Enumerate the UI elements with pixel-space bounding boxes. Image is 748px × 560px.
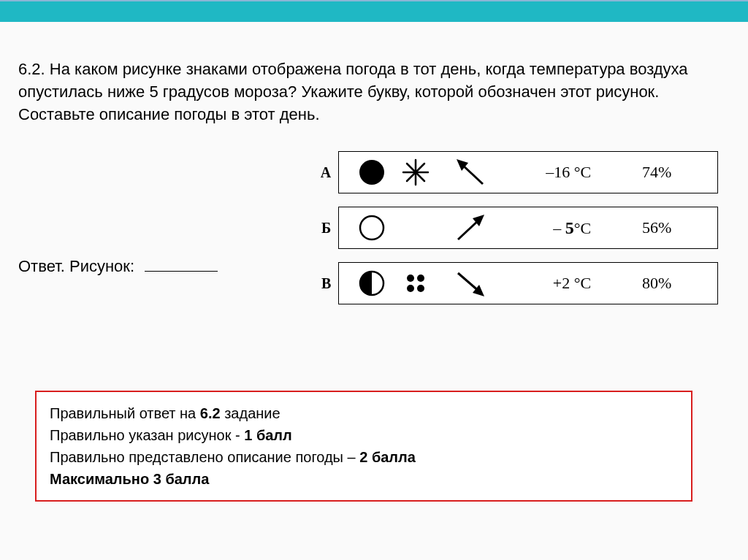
answer-section: Ответ. Рисунок: А xyxy=(18,151,730,318)
scoring-text: Правильно указан рисунок - xyxy=(50,427,244,443)
overcast-icon xyxy=(350,158,394,186)
clear-sky-icon xyxy=(350,214,394,242)
diagram-letter: В xyxy=(313,275,331,292)
svg-point-14 xyxy=(417,285,424,292)
temperature-value: – 5°C xyxy=(503,218,606,238)
humidity-value: 74% xyxy=(606,163,671,182)
diagram-row: А xyxy=(313,151,718,193)
scoring-line: Правильно указан рисунок - 1 балл xyxy=(50,424,678,446)
svg-point-7 xyxy=(360,216,383,239)
scoring-box: Правильный ответ на 6.2 задание Правильн… xyxy=(35,391,692,502)
svg-point-0 xyxy=(359,160,384,185)
diagram-letter: Б xyxy=(313,220,331,237)
diagram-row: В xyxy=(313,262,718,304)
wind-se-arrow-icon xyxy=(438,267,503,299)
answer-label: Ответ. Рисунок: xyxy=(18,257,218,276)
temperature-value: –16 °C xyxy=(503,163,606,182)
diagrams-container: А xyxy=(313,151,718,318)
scoring-bold: 2 балла xyxy=(359,449,416,465)
svg-point-11 xyxy=(407,275,414,282)
wind-ne-arrow-icon xyxy=(438,212,503,244)
svg-point-12 xyxy=(417,275,424,282)
scoring-bold: 6.2 xyxy=(200,405,221,421)
diagram-box: +2 °C 80% xyxy=(338,262,718,304)
scoring-text: Правильный ответ на xyxy=(50,405,200,421)
temp-prefix: – xyxy=(553,219,565,237)
humidity-value: 56% xyxy=(606,218,671,237)
rain-dots-icon xyxy=(394,269,438,297)
scoring-text: Правильно представлено описание погоды – xyxy=(50,449,359,465)
scoring-line: Максимально 3 балла xyxy=(50,468,678,490)
diagram-letter: А xyxy=(313,164,331,181)
temp-bold-value: 5 xyxy=(565,218,574,237)
scoring-bold: Максимально 3 балла xyxy=(50,471,209,487)
wind-nw-arrow-icon xyxy=(438,156,503,188)
temperature-value: +2 °C xyxy=(503,274,606,293)
temp-suffix: °C xyxy=(574,219,591,237)
header-bar xyxy=(0,0,748,22)
svg-point-13 xyxy=(407,285,414,292)
diagram-box: – 5°C 56% xyxy=(338,207,718,249)
answer-blank-line xyxy=(145,271,218,272)
scoring-line: Правильный ответ на 6.2 задание xyxy=(50,402,678,424)
question-text: 6.2. На каком рисунке знаками отображена… xyxy=(18,58,730,126)
humidity-value: 80% xyxy=(606,274,671,293)
diagram-box: –16 °C 74% xyxy=(338,151,718,193)
content-area: 6.2. На каком рисунке знаками отображена… xyxy=(0,22,748,332)
snow-icon xyxy=(394,158,438,187)
scoring-text: задание xyxy=(221,405,280,421)
diagram-row: Б – 5°C 56% xyxy=(313,207,718,249)
answer-label-text: Ответ. Рисунок: xyxy=(18,257,134,275)
scoring-bold: 1 балл xyxy=(244,427,292,443)
half-cloudy-icon xyxy=(350,269,394,297)
scoring-line: Правильно представлено описание погоды –… xyxy=(50,446,678,468)
